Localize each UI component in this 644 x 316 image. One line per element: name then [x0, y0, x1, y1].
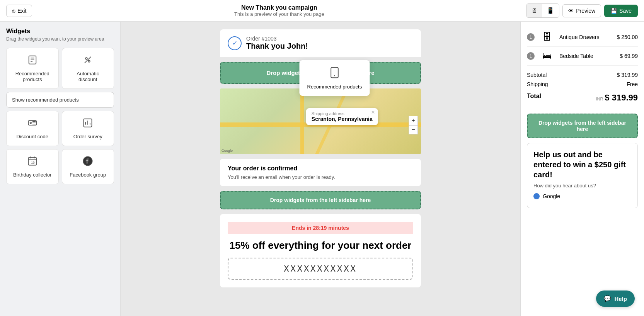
main-layout: Widgets Drag the widgets you want to you… [0, 22, 644, 316]
sidebar-title: Widgets [6, 28, 114, 35]
widget-grid: Recommended products Automatic discount … [6, 48, 114, 184]
shipping-label: Shipping address [312, 111, 373, 116]
subtotal-value: $ 319.99 [617, 72, 638, 78]
right-drop-zone-label: Drop widgets from the left sidebar here [538, 120, 626, 132]
survey-box: Help us out and be entered to win a $250… [527, 143, 638, 208]
total-value: INR $ 319.99 [596, 93, 638, 103]
confirmed-title: Your order is confirmed [228, 165, 413, 172]
drop-zone-bottom-label: Drop widgets from the left sidebar here [270, 197, 371, 203]
check-circle-icon: ✓ [228, 36, 242, 50]
map-container: 📍 ✕ Shipping address Scranton, Pennsylva… [220, 88, 421, 154]
shipping-label: Shipping [527, 81, 548, 87]
widget-label: Birthday collector [13, 172, 52, 178]
svg-point-4 [85, 58, 87, 59]
shipping-tooltip: ✕ Shipping address Scranton, Pennsylvani… [306, 108, 378, 125]
order-header: ✓ Order #1003 Thank you John! [220, 29, 421, 57]
map-background: 📍 ✕ Shipping address Scranton, Pennsylva… [220, 88, 421, 154]
mobile-view-button[interactable]: 📱 [542, 4, 559, 17]
close-icon[interactable]: ✕ [371, 110, 375, 115]
widget-birthday-collector[interactable]: 19 Birthday collector [6, 149, 59, 184]
total-label: Total [527, 93, 541, 103]
exit-button[interactable]: ⎋ Exit [6, 5, 32, 17]
topbar-right: 🖥 📱 👁 Preview 💾 Save [526, 3, 638, 18]
thank-you-text: Thank you John! [246, 42, 308, 51]
discount-code-display[interactable]: XXXXXXXXXXX [228, 258, 413, 280]
help-label: Help [614, 296, 627, 302]
survey-subtitle: How did you hear about us? [533, 183, 631, 189]
svg-rect-22 [331, 68, 338, 78]
drop-zone-bottom[interactable]: Drop widgets from the left sidebar here [220, 191, 421, 209]
widget-label: Order survey [73, 134, 102, 139]
sidebar-subtitle: Drag the widgets you want to your previe… [6, 36, 114, 42]
widget-facebook-group[interactable]: Facebook group [62, 149, 114, 184]
preview-area: ✓ Order #1003 Thank you John! Drop widge… [121, 22, 520, 316]
subtotal-label: Subtotal [527, 72, 547, 78]
grand-total-row: Total INR $ 319.99 [527, 89, 638, 104]
eye-icon: 👁 [568, 8, 574, 14]
total-currency: INR [596, 97, 603, 101]
desktop-view-button[interactable]: 🖥 [526, 4, 542, 17]
exit-label: Exit [17, 8, 26, 14]
widgets-sidebar: Widgets Drag the widgets you want to you… [0, 22, 121, 316]
widget-show-recommended[interactable]: Show recommended products [6, 92, 114, 108]
radio-selected-icon [533, 193, 540, 199]
preview-button[interactable]: 👁 Preview [562, 4, 601, 17]
device-toggle: 🖥 📱 [526, 3, 559, 18]
widget-label: Discount code [17, 134, 48, 139]
survey-option-google[interactable]: Google [533, 193, 631, 199]
right-drop-zone[interactable]: Drop widgets from the left sidebar here [527, 114, 638, 138]
order-item-1: 1 🗄 Antique Drawers $ 250.00 [527, 28, 638, 47]
total-price: $ 319.99 [605, 93, 638, 103]
zoom-out-button[interactable]: − [409, 125, 418, 134]
calendar-icon: 19 [27, 156, 38, 169]
widget-discount-code[interactable]: Discount code [6, 111, 59, 146]
item-icon-drawers: 🗄 [539, 32, 555, 42]
confirmed-box: Your order is confirmed You'll receive a… [220, 159, 421, 186]
survey-title: Help us out and be entered to win a $250… [533, 150, 631, 180]
item-name-1: Antique Drawers [559, 34, 612, 40]
item-name-2: Bedside Table [559, 53, 615, 59]
discount-timer: Ends in 28:19 minutes [228, 222, 413, 234]
order-info: Order #1003 Thank you John! [246, 36, 308, 51]
page-title: New Thank you campaign [234, 4, 324, 11]
svg-point-5 [88, 60, 90, 62]
widget-recommended-products[interactable]: Recommended products [6, 48, 59, 89]
widget-label: Facebook group [70, 172, 106, 178]
shipping-value: Free [627, 81, 638, 87]
widget-label: Recommended products [11, 71, 54, 82]
zoom-in-button[interactable]: + [409, 116, 418, 125]
order-item-2: 1 🛏 Bedside Table $ 69.99 [527, 47, 638, 66]
topbar: ⎋ Exit New Thank you campaign This is a … [0, 0, 644, 22]
widget-label: Show recommended products [12, 97, 79, 103]
percent-icon [82, 54, 93, 68]
widget-order-survey[interactable]: Order survey [62, 111, 114, 146]
coupon-icon [27, 117, 38, 131]
recommended-tooltip: Recommended products [300, 60, 370, 96]
widget-label: Automatic discount [67, 71, 109, 82]
topbar-center: New Thank you campaign This is a preview… [234, 4, 324, 17]
map-road-vertical [300, 88, 304, 154]
help-button[interactable]: 💬 Help [596, 291, 635, 307]
discount-box: Ends in 28:19 minutes 15% off everything… [220, 214, 421, 287]
item-price-1: $ 250.00 [617, 34, 638, 40]
subtotal-row: Subtotal $ 319.99 [527, 70, 638, 80]
preview-label: Preview [576, 8, 595, 14]
right-panel: 1 🗄 Antique Drawers $ 250.00 1 🛏 Bedside… [520, 22, 644, 316]
shipping-row: Shipping Free [527, 80, 638, 89]
discount-headline: 15% off everything for your next order [228, 240, 413, 251]
rec-tooltip-label: Recommended products [307, 84, 362, 90]
item-badge-2: 1 [527, 52, 535, 60]
page-icon [27, 54, 38, 68]
map-credit: Google [221, 149, 233, 153]
save-button[interactable]: 💾 Save [604, 5, 638, 17]
topbar-left: ⎋ Exit [6, 5, 32, 17]
save-icon: 💾 [610, 8, 617, 14]
chart-icon [82, 117, 93, 131]
item-icon-table: 🛏 [539, 51, 555, 61]
survey-option-label: Google [543, 193, 560, 199]
order-totals: Subtotal $ 319.99 Shipping Free Total IN… [527, 66, 638, 109]
facebook-icon [82, 156, 93, 169]
widget-automatic-discount[interactable]: Automatic discount [62, 48, 114, 89]
svg-point-8 [30, 122, 31, 124]
rec-tablet-icon [307, 66, 362, 82]
